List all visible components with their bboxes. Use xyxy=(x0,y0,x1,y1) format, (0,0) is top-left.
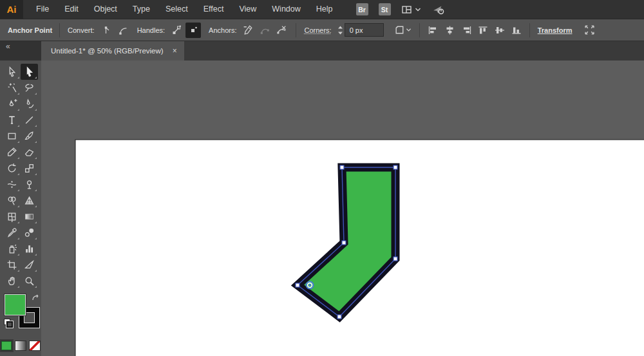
selection-tool-icon xyxy=(6,66,17,77)
puppet-warp-tool-icon xyxy=(24,179,35,190)
select-similar-button[interactable] xyxy=(392,23,414,38)
menu-edit[interactable]: Edit xyxy=(57,0,86,19)
pen-tool[interactable] xyxy=(3,96,21,112)
anchor-point[interactable] xyxy=(296,283,299,287)
color-button[interactable] xyxy=(1,341,12,351)
stock-badge[interactable]: St xyxy=(379,3,391,15)
blend-tool[interactable] xyxy=(21,225,38,241)
menu-select[interactable]: Select xyxy=(158,0,196,19)
anchor-point[interactable] xyxy=(337,315,341,319)
gradient-button[interactable] xyxy=(15,341,26,351)
convert-to-smooth-button[interactable] xyxy=(115,23,131,38)
document-tab[interactable]: Untitled-1* @ 50% (RGB/Preview) × xyxy=(41,41,184,61)
cut-path-button[interactable] xyxy=(274,23,289,38)
default-fill-stroke-icon[interactable] xyxy=(4,319,13,328)
zoom-tool[interactable] xyxy=(21,273,38,289)
curvature-tool[interactable] xyxy=(21,96,38,112)
mesh-tool[interactable] xyxy=(3,209,21,225)
menu-window[interactable]: Window xyxy=(264,0,308,19)
anchor-point-highlight-dot xyxy=(308,284,310,286)
menu-view[interactable]: View xyxy=(231,0,264,19)
align-bottom-button[interactable] xyxy=(509,23,524,38)
menu-file[interactable]: File xyxy=(28,0,57,19)
corners-label[interactable]: Corners: xyxy=(304,26,331,34)
none-button[interactable] xyxy=(29,341,41,351)
anchor-point[interactable] xyxy=(393,165,397,169)
perspective-grid-tool[interactable] xyxy=(21,192,38,209)
eraser-tool-icon xyxy=(24,147,35,158)
toolbar-collapse[interactable]: « xyxy=(0,41,41,61)
remove-anchor-button[interactable] xyxy=(240,23,256,38)
scale-tool[interactable] xyxy=(21,160,38,176)
slice-tool[interactable] xyxy=(21,257,38,273)
connect-endpoints-button[interactable] xyxy=(257,23,272,38)
magic-wand-tool-icon xyxy=(6,82,17,93)
menu-effect[interactable]: Effect xyxy=(196,0,232,19)
direct-selection-tool[interactable] xyxy=(21,64,38,80)
align-left-icon xyxy=(427,25,439,35)
gradient-tool[interactable] xyxy=(21,209,38,225)
align-middle-vertical-button[interactable] xyxy=(492,23,507,38)
menu-object[interactable]: Object xyxy=(86,0,125,19)
tab-row: « Untitled-1* @ 50% (RGB/Preview) × xyxy=(0,41,644,61)
anchor-point[interactable] xyxy=(342,241,346,245)
hand-tool[interactable] xyxy=(3,273,21,289)
symbol-sprayer-tool-icon xyxy=(6,243,17,254)
bridge-badge[interactable]: Br xyxy=(356,3,368,15)
align-center-horizontal-button[interactable] xyxy=(442,23,457,38)
illustrator-logo: Ai xyxy=(0,0,23,19)
puppet-warp-tool[interactable] xyxy=(21,176,38,192)
convert-to-corner-button[interactable] xyxy=(99,23,114,38)
lasso-tool[interactable] xyxy=(21,80,38,96)
menu-type[interactable]: Type xyxy=(125,0,158,19)
align-right-icon xyxy=(460,25,472,35)
anchor-point[interactable] xyxy=(340,165,344,169)
shaper-tool[interactable] xyxy=(3,144,21,160)
close-icon[interactable]: × xyxy=(173,46,177,55)
paintbrush-tool-icon xyxy=(24,131,35,142)
align-right-button[interactable] xyxy=(459,23,474,38)
align-left-button[interactable] xyxy=(425,23,440,38)
lasso-tool-icon xyxy=(24,82,35,93)
connect-endpoints-icon xyxy=(260,25,270,35)
artboard-tool[interactable] xyxy=(3,257,21,273)
canvas-area[interactable] xyxy=(41,61,644,356)
type-tool-icon xyxy=(6,115,17,126)
magic-wand-tool[interactable] xyxy=(3,80,21,96)
eyedropper-tool[interactable] xyxy=(3,225,21,241)
gradient-tool-icon xyxy=(24,211,35,222)
menu-help[interactable]: Help xyxy=(308,0,341,19)
separator xyxy=(296,23,296,37)
eraser-tool[interactable] xyxy=(21,144,38,160)
perspective-grid-tool-icon xyxy=(24,195,35,206)
corners-input[interactable]: 0 px xyxy=(345,23,384,37)
curvature-tool-icon xyxy=(24,98,35,109)
rectangle-tool[interactable] xyxy=(3,128,21,144)
touch-workspace-icon[interactable] xyxy=(431,4,446,15)
workspace-switcher[interactable] xyxy=(401,5,421,15)
column-graph-tool[interactable] xyxy=(21,241,38,257)
paintbrush-tool[interactable] xyxy=(21,128,38,144)
mesh-tool-icon xyxy=(6,211,17,222)
symbol-sprayer-tool[interactable] xyxy=(3,241,21,257)
anchor-point[interactable] xyxy=(393,257,397,261)
type-tool[interactable] xyxy=(3,112,21,128)
shape-builder-tool[interactable] xyxy=(3,192,21,209)
fill-swatch[interactable] xyxy=(5,294,26,315)
main-area xyxy=(0,61,644,356)
rotate-tool[interactable] xyxy=(3,160,21,176)
width-tool-icon xyxy=(6,179,17,190)
align-top-button[interactable] xyxy=(475,23,491,38)
hide-handles-button[interactable] xyxy=(185,23,201,38)
swap-fill-stroke-icon[interactable] xyxy=(32,294,40,303)
corners-stepper[interactable] xyxy=(337,25,343,35)
hand-tool-icon xyxy=(6,276,17,286)
rectangle-tool-icon xyxy=(6,131,17,142)
isolate-object-button[interactable] xyxy=(582,23,597,38)
line-segment-tool[interactable] xyxy=(21,112,38,128)
show-handles-button[interactable] xyxy=(169,23,184,38)
control-bar: Anchor Point Convert: Handles: Anchors: xyxy=(0,19,644,41)
selection-tool[interactable] xyxy=(3,64,21,80)
transform-link[interactable]: Transform xyxy=(538,26,573,34)
width-tool[interactable] xyxy=(3,176,21,192)
